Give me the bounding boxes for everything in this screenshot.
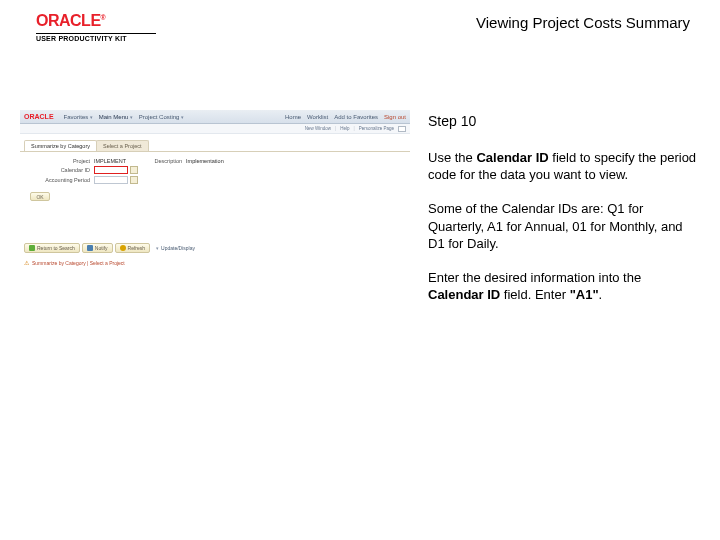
step-label: Step 10 <box>428 112 700 131</box>
chevron-icon: ▾ <box>156 245 159 251</box>
value-description: Implementation <box>186 158 224 164</box>
return-label: Return to Search <box>37 245 75 251</box>
footer-text: Summarize by Category | Select a Project <box>32 260 125 266</box>
bold-value-a1: "A1" <box>570 287 599 302</box>
nav-project-costing[interactable]: Project Costing <box>139 114 184 120</box>
instruction-paragraph-3: Enter the desired information into the C… <box>428 269 700 304</box>
mini-right-nav: Home Worklist Add to Favorites Sign out <box>285 114 406 120</box>
label-accounting-period: Accounting Period <box>24 177 94 183</box>
link-add-favorites[interactable]: Add to Favorites <box>334 114 378 120</box>
bold-calendar-id-1: Calendar ID <box>476 150 548 165</box>
oracle-logo: ORACLE® <box>36 12 156 30</box>
update-display-link[interactable]: ▾Update/Display <box>156 245 195 251</box>
label-calendar-id: Calendar ID <box>24 167 94 173</box>
notify-icon <box>87 245 93 251</box>
refresh-button[interactable]: Refresh <box>115 243 151 253</box>
oracle-logo-text: ORACLE <box>36 12 101 29</box>
link-new-window[interactable]: New Window <box>305 126 331 131</box>
embedded-screenshot: ORACLE Favorites Main Menu Project Costi… <box>20 110 410 266</box>
label-project: Project <box>24 158 94 164</box>
nav-main-menu[interactable]: Main Menu <box>99 114 133 120</box>
upk-divider: USER PRODUCTIVITY KIT <box>36 33 156 42</box>
notify-label: Notify <box>95 245 108 251</box>
mini-oracle-logo: ORACLE <box>24 113 54 120</box>
label-description: Description <box>126 158 186 164</box>
tab-summarize-category[interactable]: Summarize by Category <box>24 140 97 151</box>
mini-toolbar: Return to Search Notify Refresh ▾Update/… <box>20 241 410 255</box>
upk-text: USER PRODUCTIVITY KIT <box>36 35 156 42</box>
instruction-paragraph-2: Some of the Calendar IDs are: Q1 for Qua… <box>428 200 700 253</box>
refresh-label: Refresh <box>128 245 146 251</box>
instruction-panel: Step 10 Use the Calendar ID field to spe… <box>428 110 700 520</box>
brand-block: ORACLE® USER PRODUCTIVITY KIT <box>36 12 156 42</box>
mini-form-panel: Project IMPLEMENT Description Implementa… <box>20 151 410 201</box>
notify-button[interactable]: Notify <box>82 243 113 253</box>
tab-select-project[interactable]: Select a Project <box>96 140 149 151</box>
mini-subbar: New Window | Help | Personalize Page <box>20 124 410 134</box>
link-help[interactable]: Help <box>340 126 349 131</box>
return-to-search-button[interactable]: Return to Search <box>24 243 80 253</box>
http-icon <box>398 126 406 132</box>
accounting-period-lookup-icon[interactable] <box>130 176 138 184</box>
value-project: IMPLEMENT <box>94 158 126 164</box>
link-personalize[interactable]: Personalize Page <box>359 126 394 131</box>
link-home[interactable]: Home <box>285 114 301 120</box>
page-title: Viewing Project Costs Summary <box>476 12 690 31</box>
mini-topbar: ORACLE Favorites Main Menu Project Costi… <box>20 110 410 124</box>
mini-breadcrumb: Favorites Main Menu Project Costing <box>64 114 184 120</box>
accounting-period-input[interactable] <box>94 176 128 184</box>
bold-calendar-id-2: Calendar ID <box>428 287 500 302</box>
calendar-id-input[interactable] <box>94 166 128 174</box>
link-worklist[interactable]: Worklist <box>307 114 328 120</box>
mini-footer: ⚠ Summarize by Category | Select a Proje… <box>20 259 410 266</box>
instruction-paragraph-1: Use the Calendar ID field to specify the… <box>428 149 700 184</box>
mini-tabs: Summarize by Category Select a Project <box>24 140 410 151</box>
nav-favorites[interactable]: Favorites <box>64 114 93 120</box>
refresh-icon <box>120 245 126 251</box>
return-icon <box>29 245 35 251</box>
warning-icon: ⚠ <box>24 259 29 266</box>
link-sign-out[interactable]: Sign out <box>384 114 406 120</box>
update-label: Update/Display <box>161 245 195 251</box>
calendar-id-lookup-icon[interactable] <box>130 166 138 174</box>
ok-button[interactable]: OK <box>30 192 50 201</box>
